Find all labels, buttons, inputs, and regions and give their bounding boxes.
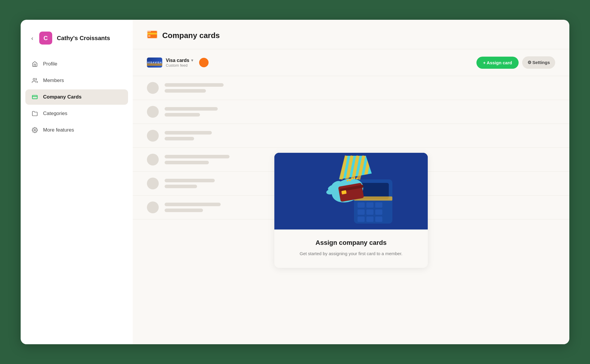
sidebar-item-label: Members	[43, 78, 64, 83]
svg-rect-14	[375, 202, 382, 208]
visa-card-icon: VISA	[147, 58, 162, 68]
main-content: VISA Company cards VISA Visa cards ▾ Cus…	[133, 20, 569, 344]
svg-rect-18	[358, 217, 365, 222]
svg-point-46	[347, 180, 348, 181]
skeleton-line	[165, 179, 215, 182]
company-cards-header-icon: VISA	[147, 30, 158, 41]
notification-dot	[199, 58, 209, 67]
skeleton-lines	[165, 179, 215, 188]
skeleton-avatar	[147, 106, 159, 118]
cards-list: Assign company cards Get started by assi…	[133, 76, 569, 344]
svg-rect-17	[375, 209, 382, 215]
empty-state-card: Assign company cards Get started by assi…	[274, 153, 428, 268]
users-icon	[31, 77, 38, 84]
main-header: VISA Company cards	[133, 20, 569, 49]
empty-state-description: Get started by assigning your first card…	[286, 250, 416, 257]
sidebar-item-members[interactable]: Members	[25, 73, 128, 88]
sidebar-item-profile[interactable]: Profile	[25, 56, 128, 72]
page-title: Company cards	[162, 31, 220, 40]
skeleton-avatar	[147, 201, 159, 213]
sidebar-item-label: More features	[43, 127, 74, 133]
skeleton-lines	[165, 107, 218, 117]
folder-icon	[31, 110, 38, 117]
sidebar-nav: Profile Members	[21, 56, 133, 138]
skeleton-avatar	[147, 82, 159, 94]
svg-point-0	[33, 78, 35, 81]
svg-point-3	[34, 129, 36, 131]
cards-icon	[31, 94, 38, 101]
skeleton-avatar	[147, 154, 159, 165]
empty-state-text: Assign company cards Get started by assi…	[274, 229, 428, 268]
svg-rect-7	[148, 35, 150, 37]
skeleton-lines	[165, 203, 221, 212]
svg-rect-13	[366, 202, 373, 208]
sidebar-header: ‹ C Cathy's Croissants	[21, 32, 133, 56]
svg-rect-16	[366, 209, 373, 215]
home-icon	[31, 60, 38, 68]
settings-button[interactable]: ⚙ Settings	[522, 56, 555, 69]
sidebar-item-label: Company Cards	[43, 94, 81, 100]
empty-state-title: Assign company cards	[286, 239, 416, 247]
skeleton-row	[133, 124, 569, 148]
card-feed-name: Visa cards ▾	[166, 58, 193, 63]
skeleton-line	[165, 209, 203, 212]
skeleton-line	[165, 113, 200, 117]
skeleton-line	[165, 83, 224, 87]
skeleton-line	[165, 137, 194, 140]
sidebar-item-more-features[interactable]: More features	[25, 122, 128, 138]
cards-toolbar: VISA Visa cards ▾ Custom feed + Assign c…	[133, 49, 569, 76]
skeleton-avatar	[147, 130, 159, 142]
card-feed-info: Visa cards ▾ Custom feed	[166, 58, 193, 68]
skeleton-row	[133, 76, 569, 100]
sidebar-item-categories[interactable]: Categories	[25, 106, 128, 121]
skeleton-avatar	[147, 178, 159, 189]
sidebar: ‹ C Cathy's Croissants Profile	[21, 20, 133, 344]
svg-point-42	[349, 179, 351, 181]
skeleton-line	[165, 155, 230, 158]
skeleton-row	[133, 100, 569, 124]
card-feed-selector[interactable]: VISA Visa cards ▾ Custom feed	[147, 58, 209, 68]
sidebar-item-label: Profile	[43, 61, 57, 67]
skeleton-lines	[165, 83, 224, 93]
skeleton-line	[165, 161, 209, 164]
svg-rect-15	[358, 209, 365, 215]
company-avatar: C	[39, 32, 52, 45]
svg-point-44	[354, 177, 355, 179]
skeleton-line	[165, 89, 206, 93]
skeleton-lines	[165, 131, 212, 140]
gear-icon	[31, 127, 38, 134]
skeleton-line	[165, 203, 221, 206]
skeleton-lines	[165, 155, 230, 164]
skeleton-line	[165, 185, 197, 188]
sidebar-item-company-cards[interactable]: Company Cards	[25, 89, 128, 105]
app-container: ‹ C Cathy's Croissants Profile	[21, 20, 569, 344]
chevron-down-icon: ▾	[191, 58, 193, 63]
back-button[interactable]: ‹	[30, 34, 35, 43]
assign-card-button[interactable]: + Assign card	[476, 57, 518, 69]
svg-text:VISA: VISA	[148, 31, 151, 32]
svg-rect-12	[358, 202, 365, 208]
skeleton-line	[165, 131, 212, 135]
svg-rect-1	[32, 95, 37, 99]
svg-rect-19	[366, 217, 373, 222]
sidebar-item-label: Categories	[43, 111, 67, 117]
company-name: Cathy's Croissants	[57, 35, 110, 42]
card-feed-sublabel: Custom feed	[166, 63, 193, 68]
toolbar-actions: + Assign card ⚙ Settings	[476, 56, 555, 69]
svg-rect-6	[148, 33, 157, 35]
svg-point-43	[351, 178, 353, 180]
svg-point-45	[356, 178, 358, 179]
empty-state-illustration	[274, 153, 428, 229]
skeleton-line	[165, 107, 218, 111]
svg-rect-20	[375, 217, 382, 222]
